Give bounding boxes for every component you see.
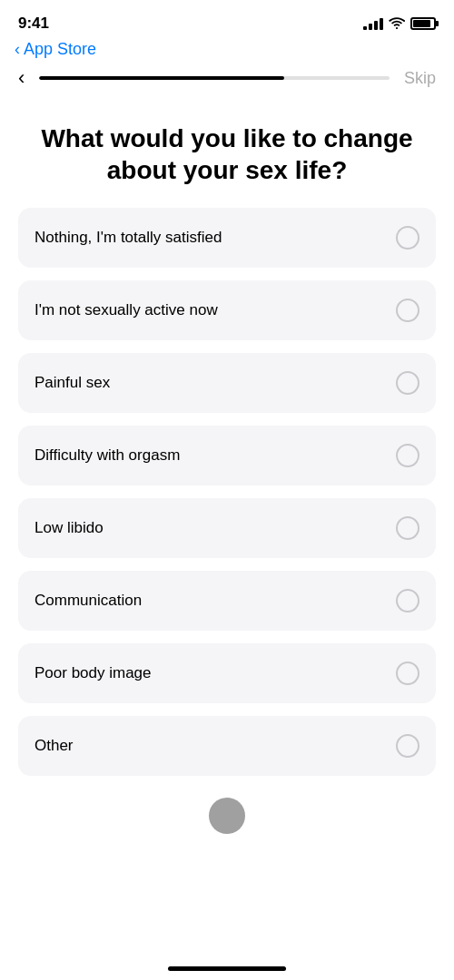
progress-bar-fill bbox=[39, 76, 284, 80]
option-radio[interactable] bbox=[396, 734, 419, 758]
skip-button[interactable]: Skip bbox=[404, 69, 436, 88]
option-item[interactable]: Low libido bbox=[18, 498, 436, 558]
battery-icon bbox=[410, 17, 436, 30]
option-radio[interactable] bbox=[396, 589, 419, 612]
app-store-nav[interactable]: ‹ App Store bbox=[0, 40, 454, 66]
option-label: I'm not sexually active now bbox=[35, 301, 218, 319]
option-radio[interactable] bbox=[396, 226, 419, 250]
back-arrow-icon: ‹ bbox=[15, 40, 20, 59]
wifi-icon bbox=[389, 16, 405, 32]
option-radio[interactable] bbox=[396, 662, 419, 685]
status-icons bbox=[363, 16, 436, 32]
status-time: 9:41 bbox=[18, 15, 49, 33]
option-radio[interactable] bbox=[396, 371, 419, 395]
option-item[interactable]: I'm not sexually active now bbox=[18, 280, 436, 340]
option-item[interactable]: Painful sex bbox=[18, 353, 436, 413]
back-chevron-icon[interactable]: ‹ bbox=[18, 66, 25, 90]
scroll-dot bbox=[209, 798, 245, 834]
scroll-indicator bbox=[0, 798, 454, 834]
option-label: Painful sex bbox=[35, 374, 110, 392]
option-item[interactable]: Nothing, I'm totally satisfied bbox=[18, 208, 436, 268]
app-store-label: App Store bbox=[24, 40, 96, 59]
question-section: What would you like to change about your… bbox=[0, 97, 454, 208]
option-label: Nothing, I'm totally satisfied bbox=[35, 229, 222, 247]
option-label: Other bbox=[35, 737, 74, 755]
option-label: Difficulty with orgasm bbox=[35, 446, 180, 465]
question-title: What would you like to change about your… bbox=[22, 122, 432, 186]
home-indicator bbox=[168, 966, 286, 971]
option-radio[interactable] bbox=[396, 516, 419, 540]
signal-icon bbox=[363, 17, 383, 30]
option-radio[interactable] bbox=[396, 299, 419, 322]
option-item[interactable]: Other bbox=[18, 716, 436, 776]
option-label: Low libido bbox=[35, 519, 104, 537]
option-label: Communication bbox=[35, 592, 142, 610]
option-label: Poor body image bbox=[35, 664, 152, 682]
option-item[interactable]: Communication bbox=[18, 571, 436, 631]
option-item[interactable]: Difficulty with orgasm bbox=[18, 426, 436, 485]
progress-row: ‹ Skip bbox=[0, 66, 454, 90]
option-radio[interactable] bbox=[396, 444, 419, 467]
options-list: Nothing, I'm totally satisfiedI'm not se… bbox=[0, 208, 454, 776]
status-bar: 9:41 bbox=[0, 0, 454, 40]
option-item[interactable]: Poor body image bbox=[18, 643, 436, 703]
progress-bar bbox=[39, 76, 390, 80]
